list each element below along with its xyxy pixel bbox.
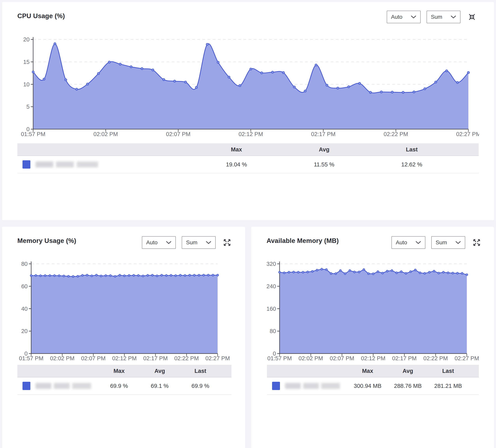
stat-avg-value: 69.1 % [139, 383, 180, 389]
svg-text:160: 160 [266, 306, 276, 312]
stat-last-value: 69.9 % [180, 383, 221, 389]
svg-text:02:07 PM: 02:07 PM [166, 131, 190, 137]
svg-text:02:22 PM: 02:22 PM [423, 355, 448, 361]
panel-controls: Auto Sum [142, 236, 232, 249]
stat-avg-value: 11.55 % [280, 161, 368, 168]
stat-last-value: 281.21 MB [428, 383, 468, 389]
svg-text:320: 320 [266, 261, 276, 267]
svg-text:5: 5 [26, 104, 30, 110]
svg-text:10: 10 [23, 81, 30, 88]
memory-usage-panel: Memory Usage (%) Auto Sum 02040608001:57… [2, 227, 245, 448]
stats-table-header: Max Avg Last [17, 143, 479, 156]
svg-text:02:27 PM: 02:27 PM [205, 355, 230, 361]
panel-controls: Auto Sum [387, 11, 477, 23]
panel-title: CPU Usage (%) [17, 12, 65, 20]
svg-text:02:17 PM: 02:17 PM [143, 355, 168, 361]
chevron-down-icon [166, 241, 171, 244]
stat-max-value: 69.9 % [99, 383, 139, 389]
operation-select[interactable]: Sum [182, 236, 216, 249]
svg-text:60: 60 [21, 283, 28, 289]
stat-max-value: 19.04 % [193, 161, 280, 168]
aggregation-select[interactable]: Auto [142, 236, 176, 249]
svg-text:02:02 PM: 02:02 PM [93, 131, 118, 137]
stat-last-value: 12.62 % [368, 161, 456, 168]
panel-controls: Auto Sum [391, 236, 482, 249]
svg-text:02:22 PM: 02:22 PM [384, 131, 408, 137]
cpu-usage-panel: CPU Usage (%) Auto Sum 0510152001:57 PM0… [2, 2, 494, 221]
svg-text:01:57 PM: 01:57 PM [267, 355, 292, 361]
chevron-down-icon [411, 15, 416, 18]
stats-header-avg: Avg [280, 146, 368, 153]
svg-text:02:07 PM: 02:07 PM [81, 355, 106, 361]
series-label-redacted [35, 383, 99, 389]
expand-panel-button[interactable] [472, 238, 482, 248]
available-memory-area-chart: 08016024032001:57 PM02:02 PM02:07 PM02:1… [266, 259, 493, 370]
svg-text:02:07 PM: 02:07 PM [330, 355, 354, 361]
stat-avg-value: 288.76 MB [388, 383, 428, 389]
svg-text:02:27 PM: 02:27 PM [455, 355, 479, 361]
stats-header-last: Last [368, 146, 456, 153]
svg-text:01:57 PM: 01:57 PM [19, 355, 43, 361]
panel-title: Available Memory (MB) [266, 237, 339, 244]
stats-header-max: Max [193, 146, 280, 153]
operation-select-value: Sum [186, 239, 198, 246]
stats-header-max: Max [347, 368, 388, 374]
expand-icon [223, 239, 231, 246]
series-stats-row[interactable]: 300.94 MB 288.76 MB 281.21 MB [267, 377, 479, 395]
svg-text:15: 15 [23, 59, 30, 65]
series-label-redacted [285, 383, 347, 389]
series-label-redacted [35, 162, 107, 167]
stats-header-max: Max [99, 368, 139, 374]
stats-table-header: Max Avg Last [267, 365, 479, 377]
expand-panel-button[interactable] [222, 238, 232, 248]
stats-header-last: Last [428, 368, 468, 374]
operation-select[interactable]: Sum [431, 236, 465, 249]
stats-header-avg: Avg [139, 368, 180, 374]
series-legend [17, 382, 99, 390]
aggregation-select-value: Auto [396, 239, 407, 246]
chevron-down-icon [455, 241, 461, 244]
series-stats-table: Max Avg Last 19.04 % 11.55 % 12.62 % [17, 143, 479, 173]
svg-text:01:57 PM: 01:57 PM [21, 131, 45, 137]
svg-text:02:27 PM: 02:27 PM [456, 131, 479, 137]
operation-select-value: Sum [436, 239, 447, 246]
operation-select[interactable]: Sum [427, 11, 461, 23]
series-stats-table: Max Avg Last 300.94 MB 288.76 MB 281.21 … [267, 365, 479, 395]
aggregation-select[interactable]: Auto [387, 11, 421, 23]
svg-text:02:12 PM: 02:12 PM [239, 131, 263, 137]
svg-text:20: 20 [21, 328, 28, 334]
operation-select-value: Sum [431, 14, 442, 20]
series-stats-row[interactable]: 69.9 % 69.1 % 69.9 % [17, 377, 232, 395]
metrics-dashboard: { "colors": { "accent_blue": "#4761d4", … [0, 0, 496, 448]
aggregation-select-value: Auto [146, 239, 158, 246]
aggregation-select-value: Auto [391, 14, 403, 20]
stats-header-last: Last [180, 368, 221, 374]
cpu-usage-area-chart: 0510152001:57 PM02:02 PM02:07 PM02:12 PM… [17, 32, 479, 145]
stat-max-value: 300.94 MB [347, 383, 388, 389]
series-legend [17, 160, 193, 169]
collapse-panel-button[interactable] [467, 12, 477, 22]
svg-text:02:22 PM: 02:22 PM [174, 355, 199, 361]
panel-title: Memory Usage (%) [17, 237, 76, 244]
aggregation-select[interactable]: Auto [391, 236, 425, 249]
stats-table-header: Max Avg Last [17, 365, 232, 377]
available-memory-panel: Available Memory (MB) Auto Sum 080160240… [251, 227, 494, 448]
svg-text:02:12 PM: 02:12 PM [112, 355, 137, 361]
svg-text:40: 40 [21, 306, 28, 312]
svg-text:80: 80 [270, 328, 276, 334]
svg-text:02:17 PM: 02:17 PM [392, 355, 417, 361]
svg-text:02:02 PM: 02:02 PM [50, 355, 74, 361]
svg-text:02:12 PM: 02:12 PM [361, 355, 385, 361]
stats-header-avg: Avg [388, 368, 428, 374]
svg-text:02:02 PM: 02:02 PM [298, 355, 323, 361]
memory-usage-area-chart: 02040608001:57 PM02:02 PM02:07 PM02:12 P… [17, 259, 232, 370]
series-stats-table: Max Avg Last 69.9 % 69.1 % 69.9 % [17, 365, 232, 395]
svg-text:80: 80 [21, 261, 28, 267]
series-stats-row[interactable]: 19.04 % 11.55 % 12.62 % [17, 156, 479, 173]
series-legend [267, 382, 347, 390]
series-color-swatch [22, 160, 30, 169]
series-color-swatch [272, 382, 280, 390]
collapse-icon [468, 14, 476, 20]
svg-text:20: 20 [23, 36, 30, 43]
expand-icon [473, 239, 480, 246]
